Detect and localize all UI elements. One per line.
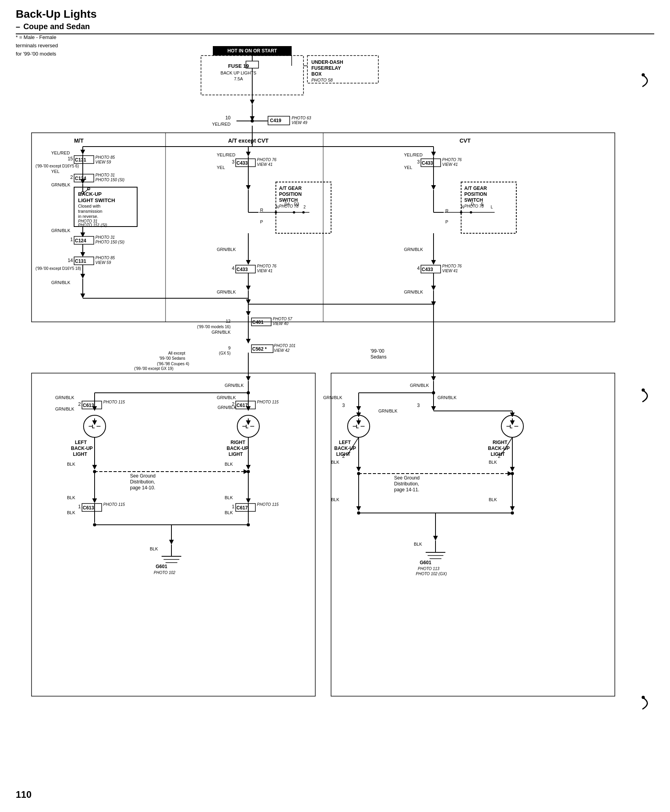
svg-marker-181 — [246, 311, 251, 316]
svg-marker-349 — [510, 506, 515, 511]
svg-text:FUSE/RELAY: FUSE/RELAY — [311, 65, 341, 71]
svg-text:VIEW 41: VIEW 41 — [257, 269, 272, 273]
svg-text:POSITION: POSITION — [464, 191, 487, 197]
svg-marker-269 — [92, 498, 97, 503]
svg-text:C131: C131 — [75, 258, 86, 264]
svg-text:15: 15 — [68, 156, 73, 162]
svg-text:A/T except CVT: A/T except CVT — [228, 138, 269, 144]
svg-text:1: 1 — [70, 237, 73, 242]
svg-text:D4: D4 — [285, 202, 290, 206]
svg-text:See Ground: See Ground — [394, 475, 420, 481]
svg-text:YEL/RED: YEL/RED — [404, 152, 422, 157]
svg-text:GRN/BLK: GRN/BLK — [51, 228, 71, 233]
svg-text:LIGHT SWITCH: LIGHT SWITCH — [78, 197, 115, 203]
svg-text:GRN/BLK: GRN/BLK — [51, 182, 71, 187]
svg-text:GRN/BLK: GRN/BLK — [55, 407, 74, 411]
svg-text:L: L — [246, 424, 248, 429]
svg-text:YEL/RED: YEL/RED — [51, 151, 70, 155]
svg-text:N: N — [461, 205, 464, 209]
svg-marker-207 — [246, 376, 251, 381]
svg-text:PHOTO 76: PHOTO 76 — [257, 158, 277, 162]
svg-point-118 — [293, 211, 295, 214]
svg-marker-256 — [92, 465, 97, 470]
svg-text:G601: G601 — [156, 564, 168, 569]
svg-text:Closed with: Closed with — [78, 204, 100, 208]
svg-text:PHOTO 115: PHOTO 115 — [103, 502, 125, 507]
svg-marker-13 — [250, 100, 255, 104]
svg-text:GRN/BLK: GRN/BLK — [217, 247, 236, 252]
svg-marker-328 — [510, 413, 515, 417]
svg-text:PHOTO 58: PHOTO 58 — [311, 78, 333, 82]
svg-marker-234 — [246, 406, 251, 411]
svg-text:See Ground: See Ground — [130, 473, 156, 479]
svg-text:GRN/BLK: GRN/BLK — [378, 409, 398, 413]
wiring-diagram: HOT IN ON OR START FUSE 19 BACK UP LIGHT… — [16, 42, 638, 791]
svg-text:GRN/BLK: GRN/BLK — [212, 330, 231, 334]
svg-text:PHOTO 102: PHOTO 102 — [154, 570, 175, 575]
svg-text:PHOTO 57: PHOTO 57 — [273, 317, 292, 321]
svg-text:BLK: BLK — [67, 495, 75, 500]
svg-text:VIEW 40: VIEW 40 — [273, 321, 288, 326]
svg-text:3: 3 — [417, 403, 420, 408]
svg-point-117 — [275, 211, 277, 214]
svg-marker-271 — [246, 498, 251, 503]
svg-text:RIGHT: RIGHT — [493, 440, 508, 445]
nav-arrow-3[interactable] — [638, 693, 662, 713]
svg-text:page 14-11.: page 14-11. — [394, 487, 419, 492]
svg-text:HOT IN ON OR START: HOT IN ON OR START — [227, 48, 277, 54]
svg-marker-303 — [356, 406, 361, 411]
nav-arrow-1[interactable] — [638, 71, 662, 91]
svg-text:BLK: BLK — [150, 546, 158, 551]
svg-text:VIEW 59: VIEW 59 — [95, 260, 111, 265]
svg-point-1 — [642, 388, 645, 392]
svg-marker-94 — [246, 152, 251, 156]
svg-text:4: 4 — [417, 266, 420, 271]
svg-text:2: 2 — [70, 175, 73, 180]
page-container: Back-Up Lights Coupe and Sedan * = Male … — [0, 0, 670, 812]
svg-marker-258 — [246, 465, 251, 470]
svg-text:P: P — [260, 219, 263, 224]
diagram-area: HOT IN ON OR START FUSE 19 BACK UP LIGHT… — [16, 42, 638, 792]
svg-text:BLK: BLK — [67, 462, 75, 466]
svg-text:('99-'00 models 16): ('99-'00 models 16) — [197, 325, 231, 329]
svg-text:C613: C613 — [83, 505, 94, 511]
svg-text:CVT: CVT — [460, 138, 471, 144]
svg-marker-209 — [431, 376, 436, 381]
page-subtitle: Coupe and Sedan — [16, 22, 654, 34]
svg-text:PHOTO 31: PHOTO 31 — [95, 235, 115, 240]
svg-text:N: N — [276, 205, 279, 209]
svg-text:S: S — [481, 202, 484, 206]
svg-text:BLK: BLK — [489, 460, 497, 465]
nav-arrow-2[interactable] — [638, 386, 662, 406]
svg-text:BLK: BLK — [67, 510, 75, 515]
svg-text:VIEW 41: VIEW 41 — [442, 269, 458, 273]
svg-text:VIEW 41: VIEW 41 — [442, 162, 458, 167]
svg-marker-131 — [246, 286, 251, 290]
svg-text:PHOTO 31: PHOTO 31 — [95, 173, 115, 177]
svg-text:GRN/BLK: GRN/BLK — [55, 395, 74, 400]
svg-text:('99-'00 except D16Y5 18): ('99-'00 except D16Y5 18) — [35, 266, 81, 271]
svg-marker-89 — [80, 274, 85, 279]
svg-text:M/T: M/T — [74, 138, 84, 144]
svg-text:PHOTO 76: PHOTO 76 — [442, 158, 462, 162]
svg-text:LEFT: LEFT — [339, 440, 351, 445]
svg-text:LIGHT: LIGHT — [73, 452, 87, 457]
svg-text:in reverse.: in reverse. — [78, 214, 98, 219]
svg-text:A/T GEAR: A/T GEAR — [279, 186, 302, 191]
svg-text:GRN/BLK: GRN/BLK — [218, 405, 237, 410]
svg-text:C433: C433 — [236, 267, 248, 272]
svg-text:C124: C124 — [75, 176, 86, 181]
svg-text:transmission: transmission — [78, 209, 102, 214]
svg-text:LEFT: LEFT — [75, 440, 87, 445]
svg-text:PHOTO 101: PHOTO 101 — [274, 344, 296, 348]
svg-text:2: 2 — [303, 205, 306, 209]
svg-text:PHOTO 76: PHOTO 76 — [442, 264, 462, 268]
svg-text:page 14-10.: page 14-10. — [130, 485, 155, 491]
svg-text:BACK-UP: BACK-UP — [227, 446, 248, 451]
svg-marker-334 — [356, 467, 361, 472]
svg-text:BLK: BLK — [331, 497, 339, 502]
svg-text:GRN/BLK: GRN/BLK — [217, 395, 236, 400]
svg-text:PHOTO 76: PHOTO 76 — [257, 264, 277, 268]
svg-marker-336 — [510, 467, 515, 472]
svg-text:L: L — [491, 205, 493, 209]
